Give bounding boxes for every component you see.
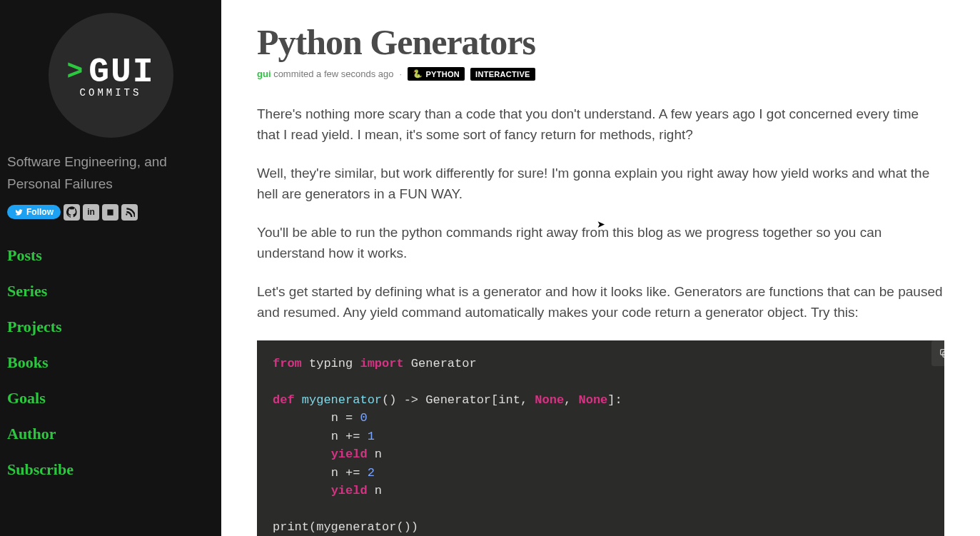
nav-author[interactable]: Author [7,416,214,452]
tag-interactive-label: INTERACTIVE [475,70,530,79]
post-title: Python Generators [257,21,944,63]
code-line: n = 0 [273,409,929,428]
code-line: n += 1 [273,428,929,446]
meta-separator: · [400,69,403,79]
linkedin-icon[interactable]: in [83,204,99,221]
tag-python-label: PYTHON [425,70,460,79]
twitter-follow-button[interactable]: Follow [7,205,61,219]
code-block: from typing import Generator def mygener… [257,340,944,537]
rss-icon[interactable] [121,204,138,221]
post-author[interactable]: gui [257,69,271,79]
logo-circle: > GUI COMMITS [49,13,173,138]
copy-icon [939,348,944,359]
code-line [273,373,929,391]
twitter-icon [14,208,24,216]
logo-title: GUI [89,53,154,91]
post-meta: gui commited a few seconds ago · 🐍 PYTHO… [257,67,944,81]
code-line [273,500,929,519]
code-line: def mygenerator() -> Generator[int, None… [273,391,929,410]
youtube-icon[interactable] [102,204,118,221]
paragraph: Well, they're similar, but work differen… [257,163,944,205]
code-line: from typing import Generator [273,355,929,373]
copy-code-button[interactable] [931,340,944,366]
nav-projects[interactable]: Projects [7,309,214,345]
prompt-icon: > [66,56,83,87]
paragraph: There's nothing more scary than a code t… [257,103,944,146]
main-content: Python Generators gui commited a few sec… [221,0,980,536]
tag-interactive[interactable]: INTERACTIVE [470,68,535,81]
github-icon[interactable] [64,204,80,221]
code-line: n += 2 [273,464,929,482]
code-line: yield n [273,482,929,500]
paragraph: Let's get started by defining what is a … [257,281,944,323]
nav-subscribe[interactable]: Subscribe [7,452,214,487]
paragraph: You'll be able to run the python command… [257,222,944,264]
code-line: print(mygenerator()) [273,518,929,536]
nav-list: Posts Series Projects Books Goals Author… [7,238,214,487]
nav-goals[interactable]: Goals [7,380,214,416]
nav-posts[interactable]: Posts [7,238,214,273]
tag-python[interactable]: 🐍 PYTHON [408,67,465,81]
logo-subtitle: COMMITS [80,87,142,98]
code-line: yield n [273,445,929,464]
sidebar: > GUI COMMITS Software Engineering, and … [0,0,221,536]
twitter-follow-label: Follow [26,207,54,217]
nav-series[interactable]: Series [7,273,214,309]
nav-books[interactable]: Books [7,345,214,380]
social-row: Follow in [7,204,214,221]
logo[interactable]: > GUI COMMITS [7,13,214,138]
site-tagline: Software Engineering, and Personal Failu… [7,151,214,196]
post-time: commited a few seconds ago [273,69,393,79]
python-logo-icon: 🐍 [413,69,423,79]
